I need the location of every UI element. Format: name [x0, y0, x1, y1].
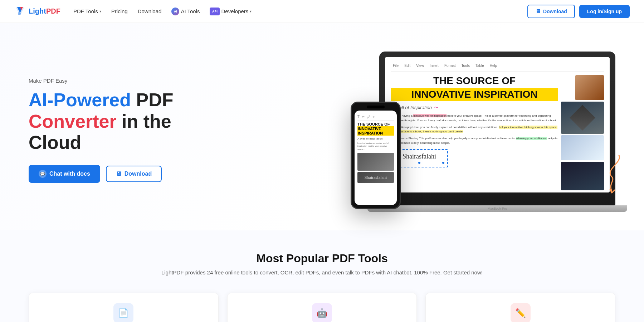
phone-toolbar: T ✂ 🖊 ↩: [357, 113, 394, 121]
tools-section-subtitle: LightPDF provides 24 free online tools t…: [29, 269, 615, 275]
phone-pdf-title: THE SOURCE OF: [357, 122, 394, 126]
nav-developers[interactable]: API Developers ▾: [210, 8, 252, 15]
chat-with-docs-button[interactable]: 💬 Chat with docs: [29, 165, 100, 183]
pdf-text-2: Core Philosophy Here, you can freely exp…: [391, 125, 558, 135]
nav-left: LightPDF PDF Tools ▾ Pricing Download AI…: [14, 6, 252, 17]
tool-card-edit-pdf[interactable]: ✏️ Edit PDF: [425, 293, 615, 322]
nav-links: PDF Tools ▾ Pricing Download AI AI Tools…: [73, 8, 252, 15]
pdf-text-3: Open Source Sharing This platform can al…: [391, 136, 558, 146]
laptop-base: MacBook Pro: [367, 205, 627, 212]
phone-pdf-text: Imagine having a massive wall of inspira…: [357, 142, 394, 151]
navbar: LightPDF PDF Tools ▾ Pricing Download AI…: [0, 0, 644, 23]
ai-docs-icon: 🤖: [312, 303, 332, 322]
nav-download-button[interactable]: 🖥 Download: [527, 5, 575, 18]
phone-notch: [367, 106, 385, 108]
hero-title-converter: Converter: [29, 111, 117, 132]
nav-right: 🖥 Download Log in/Sign up: [527, 5, 630, 18]
chevron-down-icon-2: ▾: [250, 9, 252, 13]
login-signup-button[interactable]: Log in/Sign up: [579, 5, 630, 18]
laptop-illustration: FileEdit ViewInsert FormatTools TableHel…: [379, 52, 615, 205]
pdf-wall-subtitle: A Wall of Inspiration 〜: [391, 104, 558, 111]
edit-pdf-icon: ✏️: [511, 303, 531, 322]
pdf-main-title: THE SOURCE OF: [391, 75, 558, 87]
pdf-text-1: Imagine having a massive wall of inspira…: [391, 114, 558, 123]
chat-icon: 💬: [39, 170, 47, 178]
svg-point-0: [18, 12, 21, 15]
logo[interactable]: LightPDF: [14, 6, 60, 17]
pdf-highlight-title: INNOVATIVE INSPIRATION: [391, 88, 558, 101]
nav-download[interactable]: Download: [138, 8, 162, 14]
phone-content: T ✂ 🖊 ↩ THE SOURCE OF INNOVATIVEINSPIRAT…: [355, 111, 397, 186]
hero-download-button[interactable]: 🖥 Download: [106, 166, 162, 182]
tool-card-ai-docs[interactable]: 🤖 AI-Powered AI for Docs: [227, 293, 417, 322]
phone-illustration: T ✂ 🖊 ↩ THE SOURCE OF INNOVATIVEINSPIRAT…: [351, 102, 401, 209]
phone-image: [357, 153, 394, 171]
hero-left: Make PDF Easy AI-Powered PDF Converter i…: [29, 78, 215, 183]
tools-grid: 📄 PDF to Word 🤖 AI-Powered AI for Docs ✏…: [29, 293, 615, 322]
hero-buttons: 💬 Chat with docs 🖥 Download: [29, 165, 215, 183]
hero-title: AI-Powered PDF Converter in the Cloud: [29, 89, 215, 153]
tool-card-pdf-to-word[interactable]: 📄 PDF to Word: [29, 293, 219, 322]
laptop-body: FileEdit ViewInsert FormatTools TableHel…: [379, 52, 615, 205]
tools-section-title: Most Popular PDF Tools: [29, 252, 615, 265]
tools-section: Most Popular PDF Tools LightPDF provides…: [0, 230, 644, 322]
phone-screen: T ✂ 🖊 ↩ THE SOURCE OF INNOVATIVEINSPIRAT…: [355, 111, 397, 205]
api-badge: API: [210, 8, 220, 15]
phone-pdf-subtitle: A Wall of Inspiration: [357, 137, 394, 140]
macbook-label: MacBook Pro: [488, 207, 507, 210]
phone-pdf-highlight: INNOVATIVEINSPIRATION: [357, 126, 394, 136]
hero-title-ai-powered: AI-Powered: [29, 89, 131, 110]
laptop-screen: FileEdit ViewInsert FormatTools TableHel…: [385, 57, 610, 192]
chevron-down-icon: ▾: [99, 9, 101, 13]
pdf-toolbar: FileEdit ViewInsert FormatTools TableHel…: [391, 63, 604, 72]
nav-pdf-tools[interactable]: PDF Tools ▾: [73, 8, 101, 14]
logo-icon: [14, 6, 26, 17]
ai-badge: AI: [171, 8, 179, 15]
hero-tagline: Make PDF Easy: [29, 78, 215, 84]
logo-text: LightPDF: [29, 7, 60, 15]
nav-ai-tools[interactable]: AI AI Tools: [171, 8, 200, 15]
monitor-icon: 🖥: [535, 8, 541, 15]
hero-title-pdf: PDF: [131, 89, 173, 110]
pdf-to-word-icon: 📄: [113, 303, 133, 322]
pdf-signature: Shairasfalahi: [402, 153, 436, 160]
hero-illustration: FileEdit ViewInsert FormatTools TableHel…: [358, 44, 615, 216]
hero-section: Make PDF Easy AI-Powered PDF Converter i…: [0, 23, 644, 230]
phone-signature: Shairasfalahi: [365, 175, 387, 180]
nav-pricing[interactable]: Pricing: [111, 8, 128, 14]
download-icon: 🖥: [116, 171, 122, 177]
